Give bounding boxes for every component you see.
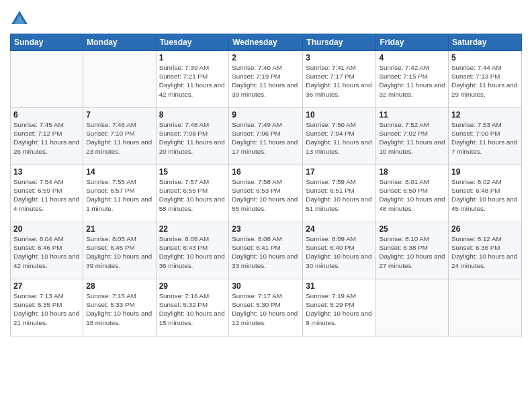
calendar-cell: 16Sunrise: 7:58 AMSunset: 6:53 PMDayligh… [229,165,303,222]
day-info: Sunrise: 8:10 AMSunset: 6:38 PMDaylight:… [379,234,445,270]
day-number: 1 [159,53,226,62]
calendar-cell: 10Sunrise: 7:50 AMSunset: 7:04 PMDayligh… [303,108,376,165]
day-info: Sunrise: 7:55 AMSunset: 6:57 PMDaylight:… [86,177,152,213]
calendar-cell: 7Sunrise: 7:46 AMSunset: 7:10 PMDaylight… [83,108,156,165]
day-number: 22 [159,224,226,234]
calendar-cell: 9Sunrise: 7:49 AMSunset: 7:06 PMDaylight… [229,108,303,165]
weekday-header-wednesday: Wednesday [229,34,303,51]
week-row-5: 27Sunrise: 7:13 AMSunset: 5:35 PMDayligh… [11,279,522,336]
calendar-cell: 29Sunrise: 7:16 AMSunset: 5:32 PMDayligh… [156,279,229,336]
day-info: Sunrise: 7:17 AMSunset: 5:30 PMDaylight:… [232,291,300,327]
calendar-cell: 2Sunrise: 7:40 AMSunset: 7:19 PMDaylight… [229,51,303,108]
day-info: Sunrise: 7:45 AMSunset: 7:12 PMDaylight:… [13,120,80,156]
day-info: Sunrise: 7:42 AMSunset: 7:15 PMDaylight:… [379,63,445,99]
calendar-cell [449,279,522,336]
day-number: 18 [379,167,445,177]
calendar-cell: 17Sunrise: 7:59 AMSunset: 6:51 PMDayligh… [303,165,376,222]
weekday-header-friday: Friday [376,34,449,51]
day-info: Sunrise: 8:06 AMSunset: 6:43 PMDaylight:… [159,234,226,270]
calendar-cell: 20Sunrise: 8:04 AMSunset: 6:46 PMDayligh… [11,222,83,279]
day-number: 6 [13,110,80,120]
week-row-1: 1Sunrise: 7:39 AMSunset: 7:21 PMDaylight… [11,51,522,108]
day-number: 8 [159,110,226,120]
day-number: 15 [159,167,226,177]
day-info: Sunrise: 7:16 AMSunset: 5:32 PMDaylight:… [159,291,226,327]
weekday-header-tuesday: Tuesday [156,34,229,51]
calendar-cell: 22Sunrise: 8:06 AMSunset: 6:43 PMDayligh… [156,222,229,279]
calendar-cell: 6Sunrise: 7:45 AMSunset: 7:12 PMDaylight… [11,108,83,165]
day-info: Sunrise: 7:44 AMSunset: 7:13 PMDaylight:… [451,63,519,99]
day-info: Sunrise: 8:04 AMSunset: 6:46 PMDaylight:… [13,234,80,270]
day-info: Sunrise: 7:57 AMSunset: 6:55 PMDaylight:… [159,177,226,213]
calendar-cell: 26Sunrise: 8:12 AMSunset: 6:36 PMDayligh… [449,222,522,279]
day-info: Sunrise: 8:05 AMSunset: 6:45 PMDaylight:… [86,234,152,270]
weekday-header-sunday: Sunday [11,34,83,51]
day-info: Sunrise: 7:53 AMSunset: 7:00 PMDaylight:… [451,120,519,156]
week-row-4: 20Sunrise: 8:04 AMSunset: 6:46 PMDayligh… [11,222,522,279]
day-number: 16 [232,167,300,177]
week-row-2: 6Sunrise: 7:45 AMSunset: 7:12 PMDaylight… [11,108,522,165]
day-info: Sunrise: 7:19 AMSunset: 5:29 PMDaylight:… [306,291,373,327]
calendar-cell: 13Sunrise: 7:54 AMSunset: 6:59 PMDayligh… [11,165,83,222]
day-number: 29 [159,281,226,291]
day-number: 19 [451,167,519,177]
day-number: 24 [306,224,373,234]
calendar-cell: 24Sunrise: 8:09 AMSunset: 6:40 PMDayligh… [303,222,376,279]
calendar-cell [11,51,83,108]
day-number: 3 [306,53,373,62]
calendar-cell: 3Sunrise: 7:41 AMSunset: 7:17 PMDaylight… [303,51,376,108]
day-info: Sunrise: 7:15 AMSunset: 5:33 PMDaylight:… [86,291,152,327]
calendar-cell: 11Sunrise: 7:52 AMSunset: 7:02 PMDayligh… [376,108,449,165]
day-number: 14 [86,167,152,177]
calendar-table: SundayMondayTuesdayWednesdayThursdayFrid… [10,34,522,336]
weekday-header-saturday: Saturday [449,34,522,51]
logo-icon [10,9,29,28]
day-number: 28 [86,281,152,291]
day-number: 31 [306,281,373,291]
calendar-cell: 18Sunrise: 8:01 AMSunset: 6:50 PMDayligh… [376,165,449,222]
calendar-cell: 28Sunrise: 7:15 AMSunset: 5:33 PMDayligh… [83,279,156,336]
day-number: 17 [306,167,373,177]
day-info: Sunrise: 8:01 AMSunset: 6:50 PMDaylight:… [379,177,445,213]
day-info: Sunrise: 7:54 AMSunset: 6:59 PMDaylight:… [13,177,80,213]
day-number: 5 [451,53,519,62]
day-number: 23 [232,224,300,234]
day-info: Sunrise: 7:40 AMSunset: 7:19 PMDaylight:… [232,63,300,99]
calendar-cell: 25Sunrise: 8:10 AMSunset: 6:38 PMDayligh… [376,222,449,279]
day-info: Sunrise: 8:09 AMSunset: 6:40 PMDaylight:… [306,234,373,270]
calendar-cell: 15Sunrise: 7:57 AMSunset: 6:55 PMDayligh… [156,165,229,222]
day-number: 26 [451,224,519,234]
calendar-cell: 4Sunrise: 7:42 AMSunset: 7:15 PMDaylight… [376,51,449,108]
day-info: Sunrise: 7:13 AMSunset: 5:35 PMDaylight:… [13,291,80,327]
header [10,7,522,28]
calendar-cell [83,51,156,108]
day-info: Sunrise: 7:52 AMSunset: 7:02 PMDaylight:… [379,120,445,156]
day-number: 25 [379,224,445,234]
day-number: 10 [306,110,373,120]
day-info: Sunrise: 7:39 AMSunset: 7:21 PMDaylight:… [159,63,226,99]
day-info: Sunrise: 7:48 AMSunset: 7:08 PMDaylight:… [159,120,226,156]
day-info: Sunrise: 8:02 AMSunset: 6:48 PMDaylight:… [451,177,519,213]
day-number: 9 [232,110,300,120]
day-info: Sunrise: 7:49 AMSunset: 7:06 PMDaylight:… [232,120,300,156]
day-info: Sunrise: 8:08 AMSunset: 6:41 PMDaylight:… [232,234,300,270]
day-info: Sunrise: 7:59 AMSunset: 6:51 PMDaylight:… [306,177,373,213]
calendar-cell: 14Sunrise: 7:55 AMSunset: 6:57 PMDayligh… [83,165,156,222]
weekday-header-row: SundayMondayTuesdayWednesdayThursdayFrid… [11,34,522,51]
day-number: 2 [232,53,300,62]
day-info: Sunrise: 8:12 AMSunset: 6:36 PMDaylight:… [451,234,519,270]
calendar-cell: 8Sunrise: 7:48 AMSunset: 7:08 PMDaylight… [156,108,229,165]
day-number: 4 [379,53,445,62]
day-info: Sunrise: 7:50 AMSunset: 7:04 PMDaylight:… [306,120,373,156]
day-number: 7 [86,110,152,120]
day-number: 13 [13,167,80,177]
calendar-cell: 12Sunrise: 7:53 AMSunset: 7:00 PMDayligh… [449,108,522,165]
day-info: Sunrise: 7:58 AMSunset: 6:53 PMDaylight:… [232,177,300,213]
calendar-cell [376,279,449,336]
day-info: Sunrise: 7:41 AMSunset: 7:17 PMDaylight:… [306,63,373,99]
calendar-cell: 19Sunrise: 8:02 AMSunset: 6:48 PMDayligh… [449,165,522,222]
logo [10,9,30,28]
weekday-header-monday: Monday [83,34,156,51]
day-number: 30 [232,281,300,291]
calendar-cell: 31Sunrise: 7:19 AMSunset: 5:29 PMDayligh… [303,279,376,336]
